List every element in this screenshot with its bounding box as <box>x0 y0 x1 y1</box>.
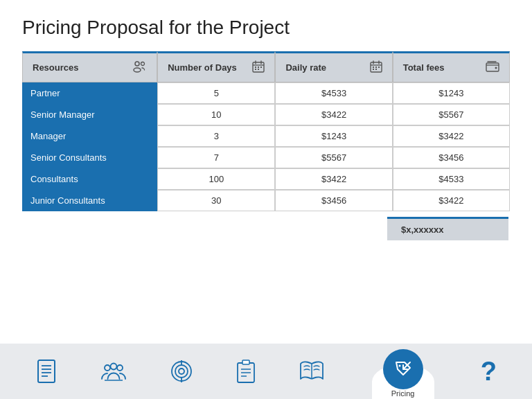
help-bottom-icon[interactable]: ? <box>481 357 497 387</box>
rate-cell: $4533 <box>275 82 392 104</box>
rate-cell: $5567 <box>275 147 392 168</box>
svg-point-1 <box>134 68 141 72</box>
total-row: $x,xxxxxx <box>22 217 510 240</box>
header-resources: Resources <box>22 51 157 82</box>
page-title: Pricing Proposal for the Project <box>22 17 510 39</box>
book-bottom-icon[interactable] <box>299 360 325 383</box>
svg-rect-10 <box>255 69 256 70</box>
total-box: $x,xxxxxx <box>387 217 508 240</box>
pricing-label: Pricing <box>391 389 415 398</box>
fees-cell: $3456 <box>393 147 510 168</box>
days-cell: 30 <box>157 190 275 211</box>
rate-cell: $3422 <box>275 168 392 190</box>
header-days: Number of Days <box>157 51 275 82</box>
resource-cell: Manager <box>22 125 157 147</box>
svg-rect-18 <box>378 66 380 68</box>
table-row: Consultants 100 $3422 $4533 <box>22 168 510 190</box>
svg-point-22 <box>495 67 497 69</box>
fees-cell: $4533 <box>393 168 510 190</box>
svg-rect-11 <box>258 69 259 70</box>
wallet-icon <box>486 61 499 74</box>
days-cell: 10 <box>157 104 275 125</box>
table-row: Partner 5 $4533 $1243 <box>22 82 510 104</box>
pricing-table-wrapper: Resources <box>22 51 510 211</box>
meeting-bottom-icon[interactable] <box>100 360 127 383</box>
resource-cell: Senior Consultants <box>22 147 157 168</box>
pricing-table: Resources <box>22 51 510 211</box>
svg-rect-9 <box>260 66 262 68</box>
fees-cell: $5567 <box>393 104 510 125</box>
header-rate: Daily rate <box>275 51 392 82</box>
rate-cell: $1243 <box>275 125 392 147</box>
rate-cell: $3422 <box>275 104 392 125</box>
calendar-icon <box>252 60 265 75</box>
days-cell: 7 <box>157 147 275 168</box>
table-row: Junior Consultants 30 $3456 $3422 <box>22 190 510 211</box>
clipboard-bottom-icon[interactable] <box>236 360 256 383</box>
days-cell: 100 <box>157 168 275 190</box>
resource-cell: Senior Manager <box>22 104 157 125</box>
svg-rect-38 <box>242 360 249 364</box>
svg-rect-20 <box>375 69 377 70</box>
svg-point-30 <box>111 364 117 370</box>
svg-rect-17 <box>375 66 377 68</box>
pricing-wrapper[interactable]: Pricing <box>369 344 438 399</box>
rate-cell: $3456 <box>275 190 392 211</box>
pricing-circle[interactable] <box>383 349 423 389</box>
days-cell: 3 <box>157 125 275 147</box>
resource-cell: Partner <box>22 82 157 104</box>
fees-cell: $3422 <box>393 190 510 211</box>
svg-point-2 <box>141 62 145 66</box>
svg-rect-7 <box>255 66 256 68</box>
svg-rect-19 <box>373 69 374 70</box>
svg-rect-16 <box>373 66 374 68</box>
header-fees: Total fees <box>393 51 510 82</box>
rate-calendar-icon <box>370 60 382 75</box>
table-row: Manager 3 $1243 $3422 <box>22 125 510 147</box>
svg-point-29 <box>117 365 123 371</box>
svg-rect-23 <box>38 360 55 382</box>
svg-rect-21 <box>486 63 499 71</box>
svg-point-0 <box>135 62 139 66</box>
fees-cell: $1243 <box>393 82 510 104</box>
target-bottom-icon[interactable] <box>170 360 193 383</box>
resources-icon <box>132 60 147 75</box>
table-row: Senior Consultants 7 $5567 $3456 <box>22 147 510 168</box>
fees-cell: $3422 <box>393 125 510 147</box>
bottom-bar: Pricing ? <box>0 344 532 399</box>
resource-cell: Junior Consultants <box>22 190 157 211</box>
svg-rect-8 <box>258 66 259 68</box>
svg-point-34 <box>179 369 184 374</box>
svg-point-33 <box>175 365 188 378</box>
svg-point-28 <box>105 365 110 371</box>
list-bottom-icon[interactable] <box>35 359 57 384</box>
table-row: Senior Manager 10 $3422 $5567 <box>22 104 510 125</box>
resource-cell: Consultants <box>22 168 157 190</box>
svg-point-43 <box>398 365 400 367</box>
days-cell: 5 <box>157 82 275 104</box>
